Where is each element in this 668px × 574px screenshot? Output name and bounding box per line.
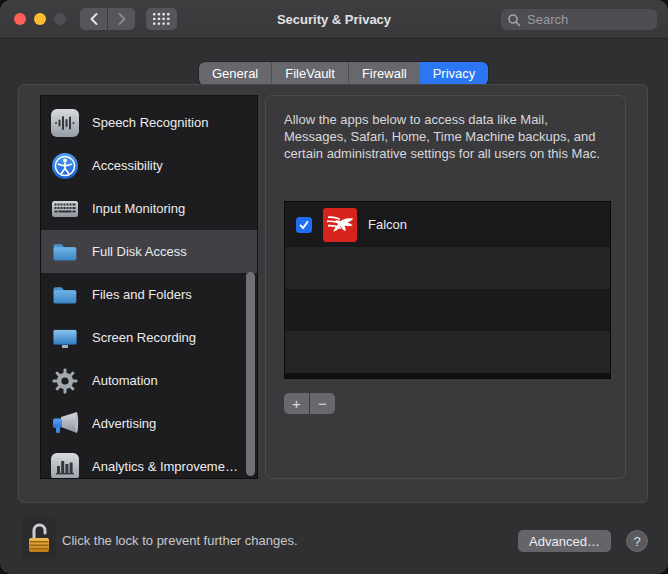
remove-app-button[interactable]: − <box>310 393 335 414</box>
tab-privacy[interactable]: Privacy <box>420 62 489 85</box>
accessibility-icon <box>51 152 79 180</box>
lock-hint-text: Click the lock to prevent further change… <box>62 533 298 548</box>
sidebar-item-label: Accessibility <box>92 158 163 173</box>
grid-icon <box>153 13 170 25</box>
panel-description: Allow the apps below to access data like… <box>284 111 614 162</box>
sidebar-item-label: Input Monitoring <box>92 201 185 216</box>
help-button[interactable]: ? <box>626 530 648 552</box>
sidebar-item-screen-recording[interactable]: Screen Recording <box>41 316 257 359</box>
folder-icon <box>51 238 79 266</box>
sidebar-item-label: Advertising <box>92 416 156 431</box>
sidebar-item-accessibility[interactable]: Accessibility <box>41 144 257 187</box>
sidebar-item-input-monitoring[interactable]: Input Monitoring <box>41 187 257 230</box>
show-all-preferences-button[interactable] <box>146 8 177 30</box>
sidebar-item-full-disk-access[interactable]: Full Disk Access <box>41 230 257 273</box>
crowdstrike-falcon-icon <box>323 208 357 242</box>
search-field[interactable] <box>501 9 657 30</box>
add-remove-controls: + − <box>284 393 335 414</box>
tab-filevault[interactable]: FileVault <box>271 62 348 85</box>
sidebar-item-label: Files and Folders <box>92 287 192 302</box>
full-disk-access-panel: Allow the apps below to access data like… <box>265 95 626 479</box>
megaphone-icon <box>51 410 79 438</box>
sidebar-item-speech-recognition[interactable]: Speech Recognition <box>41 101 257 144</box>
sidebar-item-label: Analytics & Improveme… <box>92 459 238 474</box>
app-name: Falcon <box>368 217 407 232</box>
advanced-button[interactable]: Advanced… <box>518 530 611 552</box>
gear-icon <box>51 367 79 395</box>
empty-list-row <box>285 289 610 331</box>
display-icon <box>51 324 79 352</box>
add-app-button[interactable]: + <box>284 393 309 414</box>
security-privacy-window: Security & Privacy General FileVault Fir… <box>0 0 668 574</box>
sidebar-item-label: Automation <box>92 373 158 388</box>
titlebar: Security & Privacy <box>0 0 668 39</box>
folder-icon <box>51 281 79 309</box>
list-bottom-edge <box>285 373 610 379</box>
app-list: Falcon <box>284 201 611 379</box>
unlocked-padlock-icon <box>26 521 52 555</box>
sidebar-item-label: Speech Recognition <box>92 115 208 130</box>
sidebar-item-label: Full Disk Access <box>92 244 187 259</box>
chevron-left-icon <box>88 12 100 26</box>
tab-firewall[interactable]: Firewall <box>348 62 420 85</box>
search-icon <box>507 13 521 27</box>
checkmark-icon <box>298 219 310 231</box>
keyboard-icon <box>51 195 79 223</box>
content-box: Speech Recognition Accessibility <box>18 84 648 503</box>
app-row-falcon[interactable]: Falcon <box>285 202 610 247</box>
sidebar-scrollbar[interactable] <box>246 272 255 476</box>
forward-button[interactable] <box>108 8 135 30</box>
tab-bar: General FileVault Firewall Privacy <box>199 62 488 85</box>
back-button[interactable] <box>80 8 107 30</box>
sidebar-item-files-and-folders[interactable]: Files and Folders <box>41 273 257 316</box>
zoom-button-disabled <box>54 13 66 25</box>
privacy-services-list: Speech Recognition Accessibility <box>40 95 258 479</box>
lock-button[interactable] <box>22 517 56 559</box>
tab-general[interactable]: General <box>199 62 271 85</box>
sidebar-item-analytics[interactable]: Analytics & Improveme… <box>41 445 257 479</box>
empty-list-row <box>285 331 610 373</box>
search-input[interactable] <box>525 11 649 28</box>
speech-recognition-icon <box>51 109 79 137</box>
empty-list-row <box>285 247 610 289</box>
chevron-right-icon <box>116 12 128 26</box>
sidebar-item-label: Screen Recording <box>92 330 196 345</box>
falcon-checkbox[interactable] <box>296 217 312 233</box>
traffic-lights <box>14 13 66 25</box>
nav-buttons <box>80 8 135 30</box>
bar-chart-icon <box>51 453 79 480</box>
sidebar-item-advertising[interactable]: Advertising <box>41 402 257 445</box>
sidebar-item-automation[interactable]: Automation <box>41 359 257 402</box>
close-button[interactable] <box>14 13 26 25</box>
minimize-button[interactable] <box>34 13 46 25</box>
